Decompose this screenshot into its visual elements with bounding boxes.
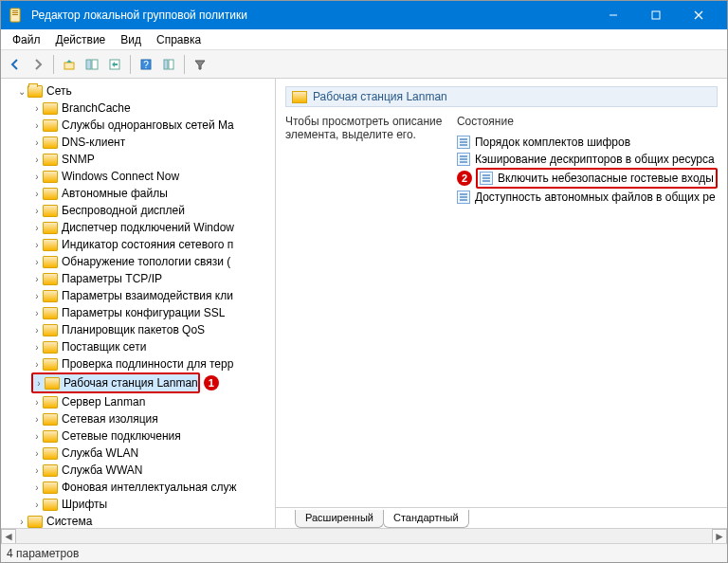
expand-icon[interactable]: › (31, 223, 43, 233)
expand-icon[interactable]: › (31, 206, 43, 216)
tab-extended[interactable]: Расширенный (295, 510, 384, 528)
forward-button[interactable] (27, 54, 48, 75)
scroll-left-button[interactable]: ◄ (1, 529, 16, 544)
tree-node[interactable]: ›Параметры взаимодействия кли (31, 287, 275, 304)
tree-node[interactable]: ›Windows Connect Now (31, 168, 275, 185)
expand-icon[interactable]: › (31, 431, 43, 442)
folder-icon (43, 499, 58, 511)
policy-setting-row[interactable]: Кэширование дескрипторов в общих ресурса (457, 151, 718, 168)
tree-node[interactable]: ›Служба WWAN (31, 462, 275, 479)
annotation-badge-1: 1 (204, 375, 219, 390)
tree-pane[interactable]: ⌄ Сеть ›BranchCache›Службы одноранговых … (1, 79, 276, 528)
tree-node[interactable]: ›Индикатор состояния сетевого п (31, 236, 275, 253)
tree-label: Шрифты (62, 498, 107, 511)
svg-rect-10 (92, 60, 98, 69)
expand-icon[interactable]: › (31, 103, 43, 114)
tree-node[interactable]: ›Беспроводной дисплей (31, 202, 275, 219)
back-button[interactable] (5, 54, 26, 75)
menu-action[interactable]: Действие (48, 31, 114, 48)
show-hide-tree-button[interactable] (82, 54, 102, 75)
tree-node[interactable]: ›Сервер Lanman (31, 393, 275, 410)
expand-icon[interactable]: › (16, 517, 27, 527)
folder-icon (27, 516, 43, 528)
expand-icon[interactable]: › (31, 414, 43, 425)
expand-icon[interactable]: › (31, 257, 43, 267)
expand-icon[interactable]: › (31, 274, 43, 284)
tree-node[interactable]: ›Служба WLAN (31, 445, 275, 462)
up-button[interactable] (59, 54, 80, 75)
folder-icon (43, 430, 58, 443)
tree-node[interactable]: ›Сетевая изоляция (31, 410, 275, 427)
tree-node[interactable]: ›Параметры TCP/IP (31, 270, 275, 287)
menu-view[interactable]: Вид (113, 31, 149, 48)
annotation-badge-2: 2 (457, 171, 472, 186)
expand-icon[interactable]: › (31, 172, 43, 182)
expand-icon[interactable]: › (31, 291, 43, 301)
tree-label: Служба WLAN (62, 446, 138, 460)
tree-node[interactable]: ›BranchCache (31, 100, 275, 117)
expand-icon[interactable]: › (31, 189, 43, 199)
tree-node[interactable]: ›Автономные файлы (31, 185, 275, 202)
maximize-button[interactable] (634, 1, 677, 29)
details-pane: Рабочая станция Lanman Чтобы просмотреть… (276, 79, 727, 528)
policy-icon (480, 172, 493, 185)
export-button[interactable] (104, 54, 125, 75)
expand-icon[interactable]: › (31, 482, 43, 493)
expand-icon[interactable]: › (31, 359, 43, 370)
policy-label: Порядок комплектов шифров (475, 136, 630, 149)
menu-help[interactable]: Справка (149, 31, 209, 48)
menu-file[interactable]: Файл (5, 31, 48, 48)
expand-icon[interactable]: › (31, 137, 43, 148)
policy-label: Включить небезопасные гостевые входы (498, 172, 714, 185)
app-icon (9, 8, 24, 23)
help-button[interactable]: ? (136, 54, 156, 75)
description-column: Чтобы просмотреть описание элемента, выд… (285, 115, 457, 499)
horizontal-scrollbar[interactable]: ◄ ► (1, 528, 727, 543)
tree-node[interactable]: ›Обнаружение топологии связи ( (31, 253, 275, 270)
tree-node[interactable]: ›Службы одноранговых сетей Ма (31, 117, 275, 134)
properties-button[interactable] (158, 54, 179, 75)
tree-node[interactable]: ›Поставщик сети (31, 338, 275, 355)
tree-node[interactable]: ›Сетевые подключения (31, 427, 275, 445)
tree-label: Планировщик пакетов QoS (62, 323, 205, 336)
tree-node[interactable]: ›Планировщик пакетов QoS (31, 321, 275, 338)
expand-icon[interactable]: › (33, 378, 45, 389)
tree-node-network[interactable]: ⌄ Сеть (16, 82, 275, 100)
policy-setting-row[interactable]: Включить небезопасные гостевые входы (480, 170, 714, 187)
expand-icon[interactable]: › (31, 465, 43, 476)
expand-icon[interactable]: › (31, 499, 43, 510)
expand-icon[interactable]: › (31, 120, 43, 131)
tree-node[interactable]: ›Проверка подлинности для терр (31, 355, 275, 372)
tree-node[interactable]: ›DNS-клиент (31, 134, 275, 151)
policy-setting-row[interactable]: Порядок комплектов шифров (457, 134, 718, 151)
svg-rect-3 (12, 14, 18, 15)
expand-icon[interactable]: › (31, 325, 43, 336)
filter-button[interactable] (190, 54, 210, 75)
expand-icon[interactable]: › (31, 342, 43, 353)
window-controls (592, 1, 719, 29)
minimize-button[interactable] (592, 1, 634, 29)
scroll-right-button[interactable]: ► (712, 529, 727, 544)
tree-node[interactable]: ›SNMP (31, 151, 275, 168)
collapse-icon[interactable]: ⌄ (16, 86, 27, 97)
tree-label: BranchCache (62, 101, 131, 115)
tree-node[interactable]: ›Шрифты (31, 496, 275, 513)
details-header: Рабочая станция Lanman (285, 86, 718, 107)
expand-icon[interactable]: › (31, 448, 43, 459)
svg-text:?: ? (143, 60, 149, 70)
expand-icon[interactable]: › (31, 240, 43, 250)
tree-node[interactable]: ›Параметры конфигурации SSL (31, 304, 275, 321)
svg-rect-14 (164, 60, 168, 69)
tree-label: Параметры конфигурации SSL (62, 306, 225, 319)
tree-node[interactable]: ›Диспетчер подключений Window (31, 219, 275, 236)
tree-node[interactable]: ›Фоновая интеллектуальная служ (31, 479, 275, 496)
close-button[interactable] (677, 1, 719, 29)
folder-icon (43, 413, 58, 426)
tree-node[interactable]: ›Рабочая станция Lanman (33, 374, 198, 391)
expand-icon[interactable]: › (31, 154, 43, 165)
policy-setting-row[interactable]: Доступность автономных файлов в общих ре (457, 189, 718, 206)
tab-standard[interactable]: Стандартный (383, 510, 469, 528)
tree-node-system[interactable]: › Система (16, 513, 275, 528)
expand-icon[interactable]: › (31, 397, 43, 408)
expand-icon[interactable]: › (31, 308, 43, 318)
